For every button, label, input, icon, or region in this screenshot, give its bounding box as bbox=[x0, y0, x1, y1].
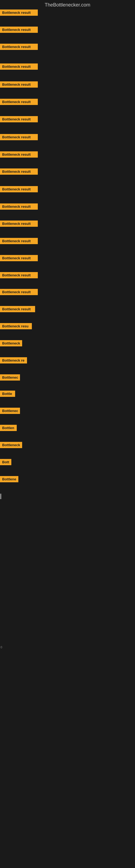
bottleneck-result-item[interactable]: Bottleneck bbox=[0, 340, 22, 346]
bottleneck-result-item[interactable]: Bottleneck result bbox=[0, 134, 38, 140]
bottleneck-result-item[interactable]: Bottleneck bbox=[0, 442, 22, 448]
bottleneck-result-item[interactable]: Bottlenec bbox=[0, 408, 20, 414]
bottleneck-result-item[interactable]: Bottleneck result bbox=[0, 255, 38, 261]
text-cursor bbox=[1, 494, 1, 499]
bottleneck-result-item[interactable]: Bottleneck result bbox=[0, 82, 38, 88]
bottleneck-result-item[interactable]: Bottleneck result bbox=[0, 44, 38, 50]
bottleneck-result-item[interactable]: Bottle bbox=[0, 391, 15, 397]
bottleneck-result-item[interactable]: Bottleneck result bbox=[0, 306, 35, 312]
bottleneck-result-item[interactable]: Bottleneck result bbox=[0, 151, 38, 158]
bottleneck-result-item[interactable]: Bottleneck re bbox=[0, 357, 27, 364]
bottleneck-result-item[interactable]: Bottleneck result bbox=[0, 289, 38, 295]
bottleneck-result-item[interactable]: Bottleneck result bbox=[0, 204, 38, 210]
bottleneck-result-item[interactable]: Bottleneck result bbox=[0, 9, 38, 16]
bottleneck-result-item[interactable]: Bottleneck result bbox=[0, 116, 38, 122]
bottleneck-result-item[interactable]: Bott bbox=[0, 459, 11, 465]
bottleneck-result-item[interactable]: Bottleneck result bbox=[0, 238, 38, 244]
bottleneck-result-item[interactable]: Bottleneck result bbox=[0, 220, 38, 227]
bottleneck-result-item[interactable]: Bottleneck result bbox=[0, 272, 38, 278]
bottleneck-result-item[interactable]: Bottleneck result bbox=[0, 27, 38, 33]
bottleneck-result-item[interactable]: Bottlene bbox=[0, 476, 18, 482]
bottleneck-result-item[interactable]: Bottleneck result bbox=[0, 99, 38, 105]
bottleneck-result-item[interactable]: Bottlen bbox=[0, 425, 17, 431]
bottleneck-result-item[interactable]: Bottleneck result bbox=[0, 168, 38, 175]
small-text-label: 0 bbox=[1, 646, 2, 649]
bottleneck-result-item[interactable]: Bottlenec bbox=[0, 374, 20, 380]
bottleneck-result-item[interactable]: Bottleneck resu bbox=[0, 323, 32, 329]
bottleneck-result-item[interactable]: Bottleneck result bbox=[0, 186, 38, 192]
bottleneck-result-item[interactable]: Bottleneck result bbox=[0, 63, 38, 70]
